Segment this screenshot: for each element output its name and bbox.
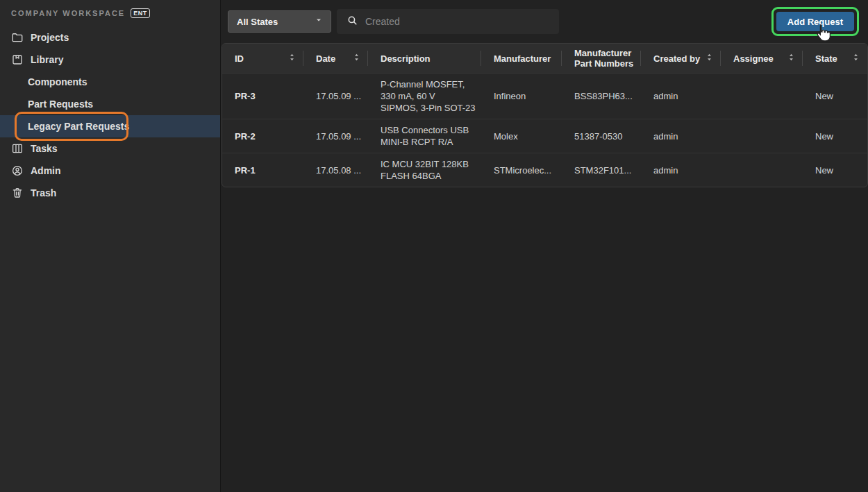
state-filter-dropdown[interactable]: All States (228, 10, 331, 33)
folder-icon (11, 31, 24, 44)
sidebar-item-label: Library (31, 54, 63, 65)
cell-manufacturer: Molex (481, 130, 562, 142)
cell-manufacturer: Infineon (481, 90, 562, 102)
sidebar-item-label: Tasks (31, 143, 58, 154)
column-header-id[interactable]: ID (222, 44, 303, 73)
cell-manufacturer: STMicroelec... (481, 164, 562, 176)
sort-icon[interactable] (705, 53, 714, 64)
sidebar-item-label: Admin (31, 165, 61, 176)
sidebar-item-label: Components (28, 76, 87, 87)
search-input[interactable] (365, 16, 552, 27)
cell-mpn: STM32F101... (562, 164, 641, 176)
table-row[interactable]: PR-3 17.05.09 ... P-Channel MOSFET, 330 … (222, 73, 867, 119)
sidebar-item-projects[interactable]: Projects (0, 26, 220, 49)
cell-date: 17.05.08 ... (303, 164, 368, 176)
cell-state: New (803, 130, 867, 142)
sidebar-item-label: Projects (31, 32, 69, 43)
column-header-assignee[interactable]: Assignee (721, 44, 803, 73)
sidebar-item-trash[interactable]: Trash (0, 182, 220, 204)
cell-id: PR-1 (222, 164, 303, 176)
table-header: ID Date Description Manufacturer Manufac… (222, 44, 867, 73)
cell-mpn: 51387-0530 (562, 130, 641, 142)
cell-id: PR-3 (222, 90, 303, 102)
sidebar: COMPANY WORKSPACE ENT Projects Library C… (0, 0, 221, 492)
cell-state: New (803, 90, 867, 102)
column-header-manufacturer-part-numbers: Manufacturer Part Numbers (562, 44, 641, 73)
sidebar-item-label: Trash (31, 187, 56, 198)
state-filter-value: All States (237, 17, 314, 27)
part-requests-table: ID Date Description Manufacturer Manufac… (222, 43, 868, 187)
sidebar-item-tasks[interactable]: Tasks (0, 137, 220, 160)
sidebar-item-part-requests[interactable]: Part Requests (0, 93, 220, 115)
cell-state: New (803, 164, 867, 176)
cell-description: IC MCU 32BIT 128KB FLASH 64BGA (368, 158, 481, 182)
cell-created-by: admin (641, 164, 721, 176)
sort-icon[interactable] (787, 53, 796, 64)
sidebar-item-label: Legacy Part Requests (28, 121, 129, 132)
library-icon (11, 53, 24, 66)
table-row[interactable]: PR-2 17.05.09 ... USB Connectors USB MIN… (222, 119, 867, 153)
trash-icon (11, 187, 24, 199)
workspace-header: COMPANY WORKSPACE ENT (0, 0, 220, 26)
column-header-created-by[interactable]: Created by (641, 44, 721, 73)
add-request-button[interactable]: Add Request (776, 12, 854, 31)
workspace-badge: ENT (131, 8, 150, 18)
column-header-description: Description (368, 44, 481, 73)
annotation-highlight-green: Add Request (771, 7, 859, 36)
cell-description: P-Channel MOSFET, 330 mA, 60 V SIPMOS, 3… (368, 78, 481, 114)
column-header-date[interactable]: Date (303, 44, 368, 73)
main-content: All States Add Request ID Date (222, 0, 868, 492)
sidebar-item-legacy-part-requests[interactable]: Legacy Part Requests (0, 115, 220, 137)
search-icon (347, 15, 358, 29)
sidebar-item-components[interactable]: Components (0, 71, 220, 93)
workspace-label: COMPANY WORKSPACE (11, 9, 125, 17)
sidebar-item-library[interactable]: Library (0, 49, 220, 71)
column-header-state[interactable]: State (803, 44, 867, 73)
table-row[interactable]: PR-1 17.05.08 ... IC MCU 32BIT 128KB FLA… (222, 153, 867, 187)
toolbar: All States Add Request (222, 0, 868, 43)
tasks-icon (11, 142, 24, 155)
sidebar-item-admin[interactable]: Admin (0, 160, 220, 182)
cell-created-by: admin (641, 130, 721, 142)
column-header-manufacturer: Manufacturer (481, 44, 562, 73)
cell-description: USB Connectors USB MINI-B RCPT R/A (368, 124, 481, 148)
sort-icon[interactable] (851, 53, 860, 64)
cell-created-by: admin (641, 90, 721, 102)
cell-date: 17.05.09 ... (303, 90, 368, 102)
cell-mpn: BSS83PH63... (562, 90, 641, 102)
sidebar-item-label: Part Requests (28, 99, 93, 110)
search-box (337, 9, 559, 34)
admin-icon (11, 164, 24, 177)
sort-icon[interactable] (352, 53, 361, 64)
sort-icon[interactable] (287, 53, 297, 64)
cell-date: 17.05.09 ... (303, 130, 368, 142)
chevron-down-icon (314, 15, 324, 28)
cell-id: PR-2 (222, 130, 303, 142)
